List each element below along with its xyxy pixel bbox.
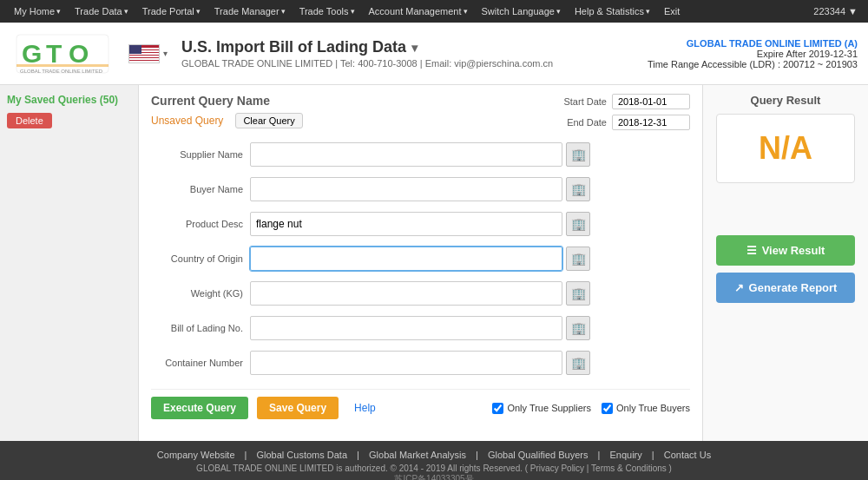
view-result-button[interactable]: ☰ View Result [716, 235, 855, 266]
nav-my-home[interactable]: My Home ▾ [7, 0, 68, 23]
footer-link-contact[interactable]: Contact Us [664, 450, 711, 460]
container-number-row: Container Number 🏢 [151, 345, 690, 380]
center-content: Current Query Name Unsaved Query Clear Q… [139, 85, 703, 441]
supplier-name-input[interactable] [250, 142, 562, 167]
bol-no-input[interactable] [250, 316, 562, 340]
product-desc-icon-btn[interactable]: 🏢 [566, 212, 590, 236]
only-true-suppliers-label: Only True Suppliers [507, 403, 591, 413]
building-icon-7: 🏢 [571, 356, 586, 370]
building-icon-5: 🏢 [571, 286, 586, 300]
weight-icon-btn[interactable]: 🏢 [566, 281, 590, 306]
footer-links: Company Website | Global Customs Data | … [17, 450, 851, 460]
country-origin-icon-btn[interactable]: 🏢 [566, 247, 590, 271]
nav-help-statistics[interactable]: Help & Statistics ▾ [568, 0, 657, 23]
footer-copyright: GLOBAL TRADE ONLINE LIMITED is authorize… [17, 464, 851, 473]
buyer-name-icon-btn[interactable]: 🏢 [566, 177, 590, 201]
query-result-title: Query Result [751, 94, 821, 107]
only-true-suppliers-checkbox[interactable]: Only True Suppliers [492, 403, 591, 414]
bol-no-row: Bill of Lading No. 🏢 [151, 311, 690, 345]
container-number-label: Container Number [151, 345, 247, 380]
country-origin-input[interactable] [250, 247, 562, 271]
nav-account-management[interactable]: Account Management ▾ [362, 0, 475, 23]
nav-trade-data[interactable]: Trade Data ▾ [68, 0, 135, 23]
delete-button[interactable]: Delete [7, 113, 52, 128]
result-box: N/A [716, 114, 855, 183]
flag-area[interactable]: ▾ [128, 44, 168, 63]
trade-data-chevron-icon: ▾ [124, 7, 128, 16]
result-value: N/A [759, 130, 812, 167]
nav-trade-manager[interactable]: Trade Manager ▾ [207, 0, 293, 23]
bol-icon-btn[interactable]: 🏢 [566, 316, 590, 340]
footer-link-customs[interactable]: Global Customs Data [257, 450, 348, 460]
buyer-name-cell: 🏢 [247, 172, 690, 207]
company-name: GLOBAL TRADE ONLINE LIMITED (A) [648, 38, 858, 49]
help-link[interactable]: Help [354, 402, 376, 414]
unsaved-query-label: Unsaved Query [151, 115, 223, 127]
footer: Company Website | Global Customs Data | … [0, 441, 868, 480]
start-date-input[interactable] [612, 94, 690, 109]
bottom-bar: Execute Query Save Query Help Only True … [151, 389, 690, 426]
container-icon-btn[interactable]: 🏢 [566, 351, 590, 375]
page-title: U.S. Import Bill of Lading Data ▾ [181, 38, 648, 56]
product-desc-label: Product Desc [151, 207, 247, 241]
clear-query-button[interactable]: Clear Query [235, 113, 302, 128]
query-name-left: Current Query Name Unsaved Query Clear Q… [151, 94, 303, 128]
product-desc-row: Product Desc 🏢 [151, 207, 690, 241]
product-desc-input[interactable] [250, 212, 562, 236]
nav-trade-tools[interactable]: Trade Tools ▾ [293, 0, 362, 23]
nav-trade-portal[interactable]: Trade Portal ▾ [135, 0, 207, 23]
buyer-name-wrap: 🏢 [250, 177, 687, 201]
footer-link-market[interactable]: Global Market Analysis [369, 450, 466, 460]
supplier-name-icon-btn[interactable]: 🏢 [566, 142, 590, 167]
building-icon-6: 🏢 [571, 321, 586, 335]
supplier-name-cell: 🏢 [247, 137, 690, 172]
user-id: 223344 ▼ [813, 6, 861, 16]
building-icon-4: 🏢 [571, 252, 586, 266]
buyer-name-row: Buyer Name 🏢 [151, 172, 690, 207]
footer-link-enquiry[interactable]: Enquiry [609, 450, 641, 460]
logo: G T O GLOBAL TRADE ONLINE LIMITED [10, 31, 115, 76]
container-number-input[interactable] [250, 351, 562, 375]
country-origin-wrap: 🏢 [250, 247, 687, 271]
save-query-button[interactable]: Save Query [257, 397, 339, 419]
building-icon-2: 🏢 [571, 182, 586, 196]
flag-chevron-icon: ▾ [163, 49, 168, 58]
my-home-chevron-icon: ▾ [56, 7, 61, 16]
end-date-input[interactable] [612, 115, 690, 130]
query-name-bar: Current Query Name Unsaved Query Clear Q… [151, 94, 690, 130]
title-dropdown-icon[interactable]: ▾ [411, 41, 418, 55]
header-right: GLOBAL TRADE ONLINE LIMITED (A) Expire A… [648, 38, 858, 69]
supplier-name-row: Supplier Name 🏢 [151, 137, 690, 172]
footer-link-company[interactable]: Company Website [157, 450, 235, 460]
us-flag [128, 44, 160, 63]
country-origin-row: Country of Origin 🏢 [151, 241, 690, 276]
generate-report-button[interactable]: ↗ Generate Report [716, 273, 855, 303]
weight-kg-input[interactable] [250, 281, 562, 306]
chart-icon: ↗ [734, 281, 744, 294]
only-true-suppliers-input[interactable] [492, 403, 503, 414]
nav-switch-language[interactable]: Switch Language ▾ [475, 0, 568, 23]
end-date-label: End Date [567, 117, 607, 128]
svg-text:T: T [46, 39, 62, 68]
bol-no-wrap: 🏢 [250, 316, 687, 340]
language-chevron-icon: ▾ [556, 7, 561, 16]
right-panel: Query Result N/A ☰ View Result ↗ Generat… [703, 85, 868, 441]
country-origin-label: Country of Origin [151, 241, 247, 276]
only-true-buyers-checkbox[interactable]: Only True Buyers [602, 403, 690, 414]
country-origin-cell: 🏢 [247, 241, 690, 276]
product-desc-wrap: 🏢 [250, 212, 687, 236]
weight-kg-label: Weight (KG) [151, 276, 247, 311]
footer-link-buyers[interactable]: Global Qualified Buyers [488, 450, 589, 460]
execute-query-button[interactable]: Execute Query [151, 397, 248, 419]
ldr-range: Time Range Accessible (LDR) : 200712 ~ 2… [648, 59, 858, 69]
main-layout: My Saved Queries (50) Delete Current Que… [0, 85, 868, 441]
expire-date: Expire After 2019-12-31 [648, 49, 858, 59]
nav-items: My Home ▾ Trade Data ▾ Trade Portal ▾ Tr… [7, 0, 813, 23]
buyer-name-input[interactable] [250, 177, 562, 201]
header-band: G T O GLOBAL TRADE ONLINE LIMITED ▾ U.S.… [0, 23, 868, 85]
supplier-name-wrap: 🏢 [250, 142, 687, 167]
container-number-cell: 🏢 [247, 345, 690, 380]
nav-exit[interactable]: Exit [657, 0, 687, 23]
only-true-buyers-input[interactable] [602, 403, 613, 414]
logo-svg: G T O GLOBAL TRADE ONLINE LIMITED [15, 33, 110, 75]
